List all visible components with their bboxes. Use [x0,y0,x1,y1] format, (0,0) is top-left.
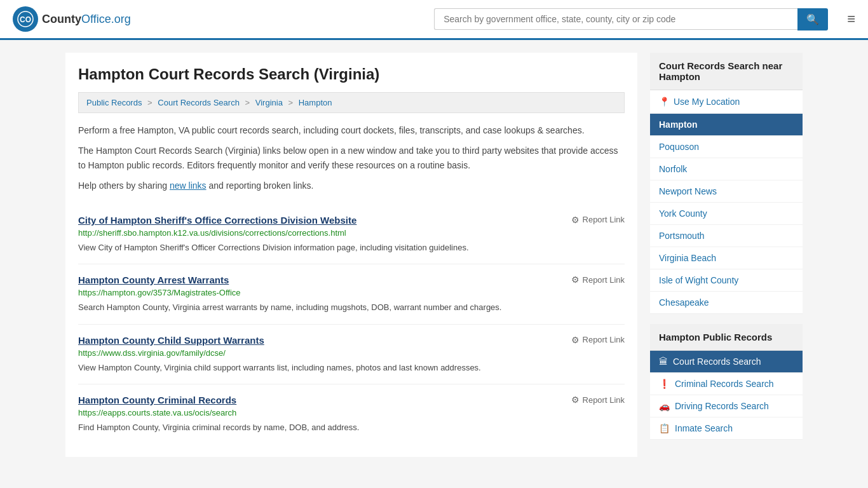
breadcrumb: Public Records > Court Records Search > … [78,92,625,113]
nearby-items-list: HamptonPoquosonNorfolkNewport NewsYork C… [650,114,803,314]
svg-text:CO: CO [20,15,31,24]
result-item: Hampton County Criminal Records ⚙ Report… [78,384,625,444]
public-records-list: 🏛 Court Records Search ❗ Criminal Record… [650,351,803,440]
breadcrumb-virginia[interactable]: Virginia [255,98,283,107]
sidebar-pr-item-driving-records-search[interactable]: 🚗 Driving Records Search [650,395,803,417]
sidebar-pr-item-inmate-search[interactable]: 📋 Inmate Search [650,417,803,440]
result-item: City of Hampton Sheriff's Office Correct… [78,205,625,265]
sidebar-nearby-item-poquoson[interactable]: Poquoson [650,136,803,158]
description-2: The Hampton Court Records Search (Virgin… [78,144,625,172]
content-area: Hampton Court Records Search (Virginia) … [65,53,637,457]
pr-icon-3: 📋 [659,423,670,433]
logo-text: CountyOffice.org [42,13,131,26]
result-title-2[interactable]: Hampton County Child Support Warrants [78,335,264,346]
report-icon-1: ⚙ [571,274,580,285]
result-desc-1: Search Hampton County, Virginia arrest w… [78,301,625,314]
logo-icon: CO [13,6,38,32]
breadcrumb-public-records[interactable]: Public Records [86,98,142,107]
menu-button[interactable]: ≡ [847,11,855,27]
sidebar-pr-item-court-records-search[interactable]: 🏛 Court Records Search [650,351,803,373]
nearby-title: Court Records Search near Hampton [650,53,803,90]
report-link-3[interactable]: ⚙ Report Link [571,395,625,405]
pr-icon-2: 🚗 [659,401,670,411]
share-line: Help others by sharing new links and rep… [78,179,625,193]
search-area: 🔍 [434,8,828,30]
result-title-1[interactable]: Hampton County Arrest Warrants [78,274,229,285]
sidebar: Court Records Search near Hampton 📍 Use … [650,53,803,457]
use-location-label: Use My Location [674,97,740,107]
result-title-3[interactable]: Hampton County Criminal Records [78,395,236,405]
pr-icon-0: 🏛 [659,356,668,367]
hamburger-icon: ≡ [847,11,855,27]
pr-label-0: Court Records Search [673,356,761,367]
pr-label-1: Criminal Records Search [675,379,774,389]
public-records-section: Hampton Public Records 🏛 Court Records S… [650,324,803,440]
results-list: City of Hampton Sheriff's Office Correct… [78,205,625,444]
sidebar-nearby-item-newport-news[interactable]: Newport News [650,180,803,203]
sidebar-nearby-item-norfolk[interactable]: Norfolk [650,158,803,180]
pr-icon-1: ❗ [659,379,670,389]
result-url-0[interactable]: http://sheriff.sbo.hampton.k12.va.us/div… [78,228,625,238]
report-icon-3: ⚙ [571,395,580,405]
sidebar-nearby-item-portsmouth[interactable]: Portsmouth [650,225,803,247]
new-links-link[interactable]: new links [170,180,207,191]
result-desc-2: View Hampton County, Virginia child supp… [78,362,625,374]
result-url-2[interactable]: https://www.dss.virginia.gov/family/dcse… [78,348,625,358]
sidebar-nearby-item-hampton[interactable]: Hampton [650,114,803,136]
nearby-section: Court Records Search near Hampton 📍 Use … [650,53,803,314]
page-title: Hampton Court Records Search (Virginia) [78,65,625,83]
report-icon-0: ⚙ [571,215,580,225]
pr-label-2: Driving Records Search [675,401,769,411]
report-link-1[interactable]: ⚙ Report Link [571,274,625,285]
main-container: Hampton Court Records Search (Virginia) … [53,40,815,470]
public-records-title: Hampton Public Records [650,324,803,351]
sidebar-nearby-item-york-county[interactable]: York County [650,203,803,225]
sidebar-pr-item-criminal-records-search[interactable]: ❗ Criminal Records Search [650,373,803,395]
breadcrumb-hampton[interactable]: Hampton [299,98,332,107]
result-url-1[interactable]: https://hampton.gov/3573/Magistrates-Off… [78,288,625,297]
result-desc-0: View City of Hampton Sheriff's Officer C… [78,241,625,254]
location-pin-icon: 📍 [659,97,670,107]
sidebar-nearby-item-virginia-beach[interactable]: Virginia Beach [650,247,803,269]
result-title-0[interactable]: City of Hampton Sheriff's Office Correct… [78,215,356,226]
sidebar-nearby-item-isle-of-wight-county[interactable]: Isle of Wight County [650,269,803,292]
search-input[interactable] [434,8,797,30]
description-1: Perform a free Hampton, VA public court … [78,123,625,137]
search-icon: 🔍 [806,14,819,25]
report-link-0[interactable]: ⚙ Report Link [571,215,625,225]
result-url-3[interactable]: https://eapps.courts.state.va.us/ocis/se… [78,408,625,417]
search-button[interactable]: 🔍 [797,8,828,30]
report-icon-2: ⚙ [571,335,580,345]
result-item: Hampton County Child Support Warrants ⚙ … [78,325,625,385]
logo[interactable]: CO CountyOffice.org [13,6,131,32]
header: CO CountyOffice.org 🔍 ≡ [0,0,868,40]
sidebar-nearby-item-chesapeake[interactable]: Chesapeake [650,292,803,314]
use-location-button[interactable]: 📍 Use My Location [650,90,803,114]
report-link-2[interactable]: ⚙ Report Link [571,335,625,345]
breadcrumb-court-records[interactable]: Court Records Search [158,98,240,107]
pr-label-3: Inmate Search [675,423,733,433]
result-item: Hampton County Arrest Warrants ⚙ Report … [78,264,625,325]
result-desc-3: Find Hampton County, Virginia criminal r… [78,421,625,434]
